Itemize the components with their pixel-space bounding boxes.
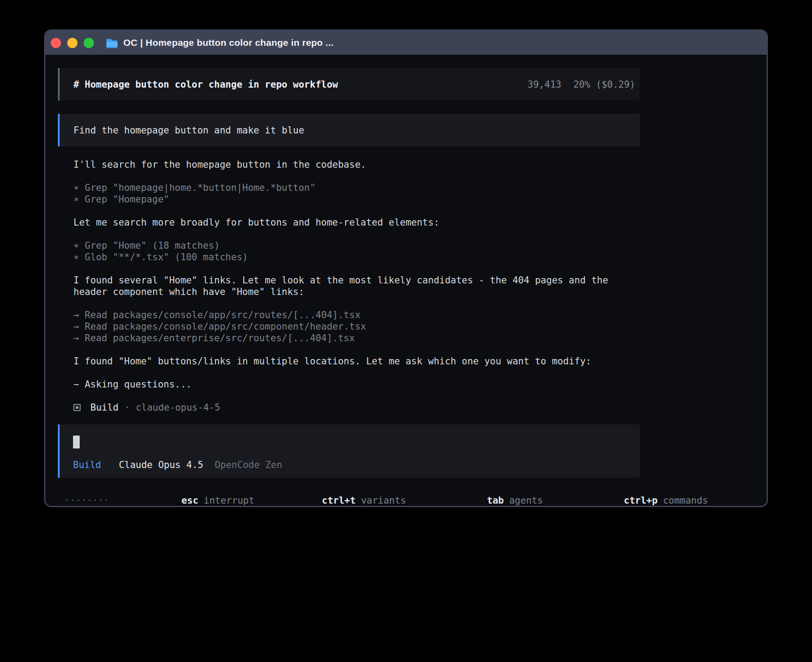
hint-variants-key: ctrl+t (322, 495, 356, 506)
transcript: I'll search for the homepage button in t… (73, 159, 640, 390)
hint-commands-label: commands (663, 495, 708, 506)
hint-interrupt-label: interrupt (204, 495, 255, 506)
status-bar: ········ escinterrupt ctrl+tvariants tab… (58, 483, 640, 507)
agent-name: Build (90, 402, 118, 413)
terminal-body: # Homepage button color change in repo w… (45, 55, 767, 507)
user-message: Find the homepage button and make it blu… (58, 114, 640, 146)
transcript-line: I'll search for the homepage button in t… (73, 159, 640, 170)
text-cursor (73, 436, 80, 448)
hint-interrupt: escinterrupt (125, 483, 254, 507)
agent-separator: · (124, 402, 130, 413)
traffic-lights (51, 38, 94, 48)
zoom-window-button[interactable] (84, 38, 94, 48)
transcript-line: → Read packages/console/app/src/componen… (73, 321, 640, 332)
transcript-line: Let me search more broadly for buttons a… (73, 217, 640, 228)
user-message-text: Find the homepage button and make it blu… (73, 125, 304, 136)
shortcut-hints: ctrl+tvariants tabagents ctrl+pcommands (254, 483, 708, 507)
context-usage-cost: 20% ($0.29) (573, 79, 635, 90)
model-selector[interactable]: Claude Opus 4.5 (119, 460, 203, 470)
transcript-line: I found "Home" buttons/links in multiple… (73, 355, 640, 367)
transcript-line: ~ Asking questions... (73, 379, 640, 390)
spinner-dots: ········ (64, 495, 109, 506)
transcript-line: ∗ Glob "**/*.tsx" (100 matches) (73, 251, 640, 263)
transcript-gap (73, 344, 640, 355)
hint-commands-key: ctrl+p (624, 495, 658, 506)
session-title: # Homepage button color change in repo w… (73, 79, 338, 90)
token-count: 39,413 (528, 79, 561, 90)
transcript-line: I found several "Home" links. Let me loo… (73, 274, 640, 298)
transcript-gap (73, 205, 640, 217)
transcript-line: ∗ Grep "Home" (18 matches) (73, 240, 640, 251)
agent-model: claude-opus-4-5 (136, 402, 220, 413)
terminal-window: OC | Homepage button color change in rep… (44, 29, 768, 507)
minimize-window-button[interactable] (67, 38, 77, 48)
hint-agents-key: tab (487, 495, 504, 506)
transcript-line: → Read packages/console/app/src/routes/[… (73, 309, 640, 321)
transcript-line: ∗ Grep "homepage|home.*button|Home.*butt… (73, 182, 640, 194)
input-status-bar: Build Claude Opus 4.5 OpenCode Zen (73, 459, 635, 471)
agent-square-icon (73, 404, 81, 411)
session-stats: 39,413 20% ($0.29) (528, 79, 635, 90)
transcript-gap (73, 367, 640, 379)
provider-label: OpenCode Zen (215, 460, 282, 470)
hint-agents-label: agents (509, 495, 543, 506)
session-header: # Homepage button color change in repo w… (58, 68, 640, 101)
agent-status-line: Build · claude-opus-4-5 (73, 402, 640, 413)
hint-interrupt-key: esc (182, 495, 199, 506)
transcript-gap (73, 170, 640, 182)
transcript-line: → Read packages/enterprise/src/routes/[.… (73, 332, 640, 344)
transcript-line: ∗ Grep "Homepage" (73, 194, 640, 205)
close-window-button[interactable] (51, 38, 61, 48)
agent-selector[interactable]: Build (73, 460, 101, 470)
folder-icon (106, 38, 118, 48)
hint-variants: ctrl+tvariants (254, 483, 406, 507)
hint-variants-label: variants (361, 495, 406, 506)
hint-agents: tabagents (419, 483, 543, 507)
window-title-text: OC | Homepage button color change in rep… (123, 37, 333, 48)
transcript-gap (73, 228, 640, 240)
transcript-gap (73, 298, 640, 309)
window-titlebar[interactable]: OC | Homepage button color change in rep… (45, 31, 767, 55)
window-title: OC | Homepage button color change in rep… (106, 37, 333, 48)
transcript-gap (73, 263, 640, 274)
prompt-input[interactable]: Build Claude Opus 4.5 OpenCode Zen (58, 424, 640, 478)
hint-commands: ctrl+pcommands (556, 483, 708, 507)
